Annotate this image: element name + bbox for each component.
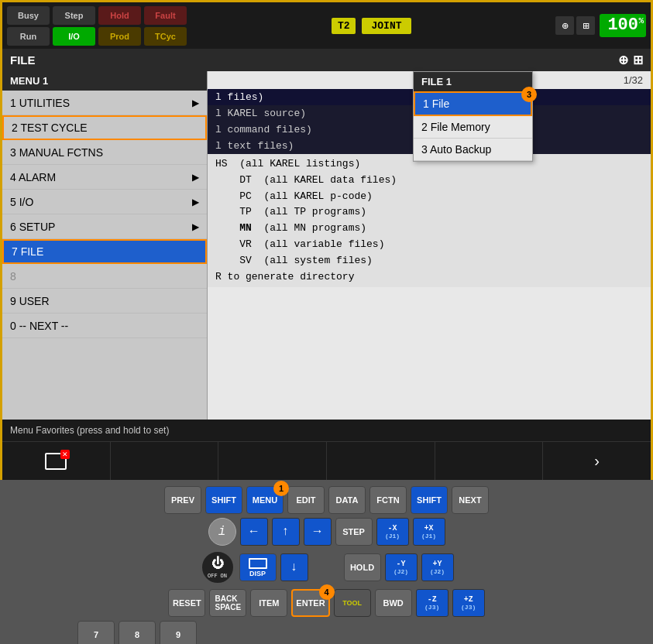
zoom-header-icon[interactable]: ⊕ — [618, 53, 628, 67]
menu-item-io[interactable]: 5 I/O ▶ — [2, 190, 207, 214]
key-7-button[interactable]: 7 — [77, 621, 115, 644]
edit-button[interactable]: EDIT — [287, 486, 325, 514]
menu-item-test-cycle[interactable]: 2 TEST CYCLE — [2, 115, 207, 140]
submenu-item-auto-backup[interactable]: 3 Auto Backup — [414, 139, 532, 161]
menu-item-setup[interactable]: 6 SETUP ▶ — [2, 214, 207, 239]
fkey-3 — [218, 442, 327, 480]
arrow-up-button[interactable]: ↑ — [272, 518, 300, 546]
bwd-button[interactable]: BWD — [375, 589, 412, 617]
pos-x-j1-button[interactable]: +X (J1) — [413, 518, 445, 546]
file-submenu: FILE 1 1 File 3 2 File Memory 3 Auto Bac… — [413, 71, 533, 162]
status-center: T2 JOINT — [190, 18, 552, 34]
zoom-icon[interactable]: ⊕ — [555, 16, 574, 35]
status-left: Busy Step Hold Fault Run I/O Prod TCyc — [7, 6, 187, 46]
file-header: FILE ⊕ ⊞ — [2, 49, 651, 71]
fkey-1[interactable]: ✕ — [2, 442, 111, 480]
menu-item-manual-fctns[interactable]: 3 MANUAL FCTNS — [2, 140, 207, 165]
file-content-line: TP (all TP programs) — [215, 204, 643, 221]
hold-button[interactable]: HOLD — [344, 553, 381, 581]
menu-item-utilities[interactable]: 1 UTILITIES ▶ — [2, 91, 207, 115]
keyboard-row-2: i ← ↑ → STEP -X (J1) +X (J1) — [39, 518, 614, 546]
arrow-right-button[interactable]: → — [304, 518, 332, 546]
neg-z-j3-button[interactable]: -Z (J3) — [416, 589, 449, 617]
next-button[interactable]: NEXT — [452, 486, 489, 514]
disp-button[interactable]: DISP — [239, 553, 277, 581]
step-button[interactable]: STEP — [335, 518, 373, 546]
power-button[interactable]: ⏻ OFFON — [200, 550, 235, 585]
prod-button[interactable]: Prod — [98, 27, 141, 46]
arrow-down-button[interactable]: ↓ — [280, 553, 308, 581]
info-button[interactable]: i — [208, 518, 236, 546]
file-header-icons: ⊕ ⊞ — [618, 53, 643, 67]
file-badge: 3 — [521, 87, 537, 102]
status-text: Menu Favorites (press and hold to set) — [10, 425, 169, 436]
fkey-5 — [435, 442, 544, 480]
fkey-2 — [111, 442, 219, 480]
tool-button[interactable]: TOOL — [334, 589, 371, 617]
shift-right-button[interactable]: SHIFT — [411, 486, 448, 514]
neg-y-j2-button[interactable]: -Y (J2) — [385, 553, 418, 581]
file-content-line: VR (all variable files) — [215, 237, 643, 253]
fault-button[interactable]: Fault — [144, 6, 187, 25]
io-button[interactable]: I/O — [53, 27, 95, 46]
main-content: MENU 1 1 UTILITIES ▶ 2 TEST CYCLE 3 MANU… — [2, 71, 651, 420]
menu-badge: 1 — [273, 481, 289, 496]
menu-header: MENU 1 — [2, 71, 207, 91]
enter-button[interactable]: ENTER 4 — [291, 589, 329, 617]
arrow-left-button[interactable]: ← — [240, 518, 268, 546]
key-9-button[interactable]: 9 — [160, 621, 197, 644]
percent-value: 100 — [607, 15, 638, 35]
percent-sign: % — [638, 17, 644, 26]
submenu-item-file-memory[interactable]: 2 File Memory — [414, 116, 532, 139]
menu-item-next[interactable]: 0 -- NEXT -- — [2, 313, 207, 338]
prev-button[interactable]: PREV — [164, 486, 201, 514]
item-button[interactable]: ITEM — [250, 589, 287, 617]
pos-z-j3-button[interactable]: +Z (J3) — [452, 589, 485, 617]
run-button[interactable]: Run — [7, 27, 50, 46]
keyboard-row-3: ⏻ OFFON DISP ↓ HOLD -Y (J2) +Y (J2) — [39, 550, 614, 585]
hold-button[interactable]: Hold — [98, 6, 141, 25]
tcyc-button[interactable]: TCyc — [144, 27, 187, 46]
disp-icon: DISP — [249, 558, 267, 577]
file-content-line: SV (all system files) — [215, 253, 643, 269]
data-button[interactable]: DATA — [328, 486, 366, 514]
submenu-header: FILE 1 — [414, 72, 532, 91]
key-8-button[interactable]: 8 — [119, 621, 156, 644]
setup-arrow: ▶ — [192, 221, 199, 232]
grid-icon[interactable]: ⊞ — [576, 16, 595, 35]
submenu-item-file[interactable]: 1 File 3 — [414, 91, 532, 116]
file-content-line: DT (all KAREL data files) — [215, 173, 643, 189]
menu-button[interactable]: MENU 1 — [246, 486, 284, 514]
keyboard-row-5: 7 8 9 — [39, 621, 614, 644]
status-bar: Busy Step Hold Fault Run I/O Prod TCyc T… — [2, 2, 651, 49]
file-content-line: MN (all MN programs) — [215, 221, 643, 237]
pos-y-j2-button[interactable]: +Y (J2) — [421, 553, 454, 581]
joint-badge: JOINT — [362, 18, 411, 34]
fkey-6[interactable]: › — [543, 442, 651, 480]
file-title: FILE — [10, 53, 36, 67]
menu-item-file[interactable]: 7 FILE — [2, 239, 207, 264]
utilities-arrow: ▶ — [192, 98, 199, 108]
neg-x-j1-button[interactable]: -X (J1) — [376, 518, 409, 546]
monitor-icon: ✕ — [45, 453, 67, 470]
t2-badge: T2 — [332, 18, 356, 34]
main-screen: Busy Step Hold Fault Run I/O Prod TCyc T… — [0, 0, 653, 480]
percent-display: 100% — [600, 14, 646, 37]
keyboard-row-4: RESET BACKSPACE ITEM ENTER 4 TOOL BWD -Z… — [39, 589, 614, 617]
keyboard: PREV SHIFT MENU 1 EDIT DATA FCTN SHIFT N… — [0, 480, 653, 644]
reset-button[interactable]: RESET — [168, 589, 205, 617]
status-row-2: Run I/O Prod TCyc — [7, 27, 187, 46]
status-right: ⊕ ⊞ 100% — [555, 14, 646, 37]
grid-header-icon[interactable]: ⊞ — [633, 53, 643, 67]
fctn-button[interactable]: FCTN — [369, 486, 407, 514]
step-button[interactable]: Step — [53, 6, 95, 25]
menu-item-alarm[interactable]: 4 ALARM ▶ — [2, 165, 207, 190]
next-arrow-icon: › — [594, 452, 600, 470]
backspace-button[interactable]: BACKSPACE — [209, 589, 246, 617]
power-icon: ⏻ — [211, 557, 224, 571]
shift-left-button[interactable]: SHIFT — [205, 486, 242, 514]
menu-item-user[interactable]: 9 USER — [2, 289, 207, 313]
status-row-1: Busy Step Hold Fault — [7, 6, 187, 25]
busy-button[interactable]: Busy — [7, 6, 50, 25]
fkey-4 — [327, 442, 435, 480]
